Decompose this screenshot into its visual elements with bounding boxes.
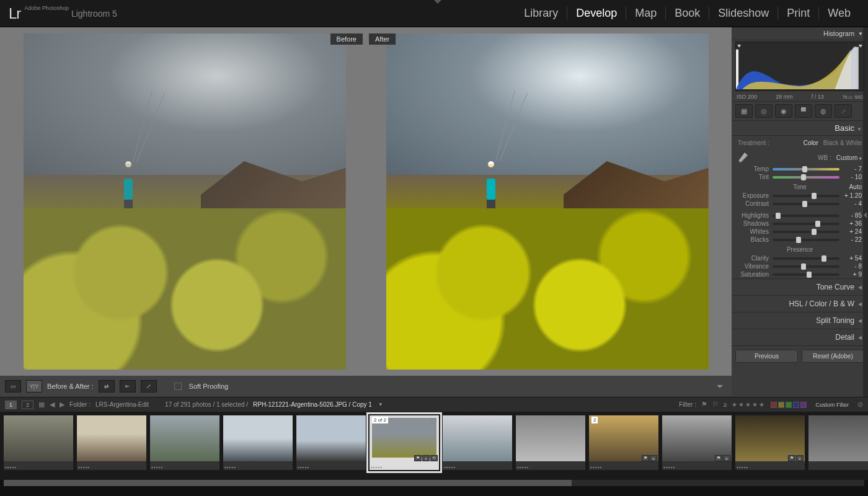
swap-before-after-button[interactable]: ⇄: [99, 380, 115, 392]
rating-filter[interactable]: ★★★★★: [732, 401, 766, 408]
tone-curve-panel-header[interactable]: Tone Curve◀: [732, 278, 868, 295]
loupe-view-button[interactable]: ▭: [5, 380, 21, 392]
split-toning-panel-header[interactable]: Split Toning◀: [732, 312, 868, 329]
thumb-flag-icon[interactable]: ⚑: [715, 455, 722, 461]
filmstrip-thumb[interactable]: •••••2⚑±: [589, 415, 658, 470]
vibrance-slider[interactable]: [773, 265, 839, 268]
module-slideshow[interactable]: Slideshow: [709, 7, 778, 20]
filmstrip-thumb[interactable]: •••••: [77, 415, 146, 470]
contrast-slider[interactable]: [773, 203, 839, 205]
filmstrip-thumb[interactable]: •••••⚑±: [735, 415, 805, 470]
basic-panel-header[interactable]: Basic▼: [732, 121, 868, 136]
second-window-button[interactable]: 2: [22, 401, 33, 409]
presence-subheader: Presence: [732, 244, 868, 254]
whites-value[interactable]: + 24: [843, 228, 862, 235]
thumb-sync-icon[interactable]: ±: [650, 455, 657, 461]
saturation-value[interactable]: + 9: [843, 271, 862, 278]
filmstrip-thumb[interactable]: •••••: [150, 415, 219, 470]
reset-button[interactable]: Reset (Adobe): [802, 350, 864, 363]
filmstrip-thumb[interactable]: •••••: [4, 415, 73, 470]
soft-proofing-checkbox[interactable]: [174, 383, 182, 390]
module-map[interactable]: Map: [626, 7, 666, 20]
treatment-color[interactable]: Color: [804, 140, 818, 146]
temp-slider[interactable]: [773, 168, 839, 170]
folder-name[interactable]: LRS-Argentina-Edit: [95, 401, 149, 408]
clarity-slider[interactable]: [773, 257, 839, 260]
thumb-flag-icon[interactable]: ⚑: [414, 455, 422, 461]
blacks-value[interactable]: - 22: [843, 236, 862, 243]
thumb-flag-icon[interactable]: ⚑: [642, 455, 649, 461]
filmstrip-thumb[interactable]: •••••2 of 2⚑±⟲: [370, 415, 439, 470]
collapse-right-icon: [864, 212, 867, 218]
contrast-value[interactable]: - 4: [843, 200, 862, 207]
shadows-value[interactable]: + 36: [843, 220, 862, 227]
module-library[interactable]: Library: [515, 7, 567, 20]
thumb-rotate-icon[interactable]: ⟲: [430, 455, 438, 461]
filmstrip-thumb[interactable]: •••••: [296, 415, 366, 470]
after-pane[interactable]: After: [369, 33, 725, 370]
auto-tone-button[interactable]: Auto: [849, 184, 862, 190]
thumb-sync-icon[interactable]: ±: [796, 455, 804, 461]
filmstrip-thumb[interactable]: •••••: [443, 415, 512, 470]
before-pane[interactable]: Before: [6, 33, 363, 370]
current-filename: RPH-121221-Argentina-5026.JPG / Copy 1: [253, 401, 372, 408]
compare-view-button[interactable]: Y|Y: [26, 380, 42, 392]
treatment-bw[interactable]: Black & White: [823, 140, 862, 146]
thumb-sync-icon[interactable]: ±: [723, 455, 730, 461]
exif-summary: ISO 20028 mmf / 13¹⁄₂₅₀ sec: [732, 92, 868, 101]
module-print[interactable]: Print: [778, 7, 819, 20]
filmstrip-thumb[interactable]: •••••: [223, 415, 293, 470]
flag-reject-icon[interactable]: ⚐: [712, 401, 719, 409]
grad-filter-icon[interactable]: ▀: [795, 104, 812, 118]
top-panel-collapse-icon[interactable]: [434, 0, 441, 4]
filmstrip-thumb[interactable]: •••••⚑±: [662, 415, 732, 470]
exposure-slider-row: Exposure+ 1.20: [732, 192, 868, 200]
grid-view-icon[interactable]: ▦: [38, 401, 45, 409]
main-window-button[interactable]: 1: [5, 401, 17, 409]
blacks-slider[interactable]: [773, 239, 839, 241]
exposure-value[interactable]: + 1.20: [843, 192, 862, 199]
custom-filter-dropdown[interactable]: Custom Filter: [812, 401, 852, 409]
exposure-slider[interactable]: [773, 195, 839, 197]
tint-slider[interactable]: [773, 176, 839, 179]
radial-filter-icon[interactable]: ◍: [815, 104, 832, 118]
histogram[interactable]: [735, 42, 864, 91]
nav-fwd-icon[interactable]: ▶: [60, 401, 64, 409]
color-label-filter[interactable]: [771, 402, 807, 408]
module-web[interactable]: Web: [819, 7, 859, 20]
brush-tool-icon[interactable]: ⟋: [835, 104, 852, 118]
copy-after-button[interactable]: ⤢: [141, 380, 157, 392]
temp-value[interactable]: - 7: [843, 166, 862, 172]
module-develop[interactable]: Develop: [567, 7, 626, 20]
highlights-value[interactable]: - 85: [843, 212, 862, 219]
whites-slider[interactable]: [773, 231, 839, 233]
histogram-header[interactable]: Histogram▼: [732, 27, 868, 40]
wb-eyedropper-icon[interactable]: [738, 153, 748, 162]
toolbar-options-icon[interactable]: [717, 385, 723, 388]
highlights-slider[interactable]: [773, 215, 839, 217]
filter-lock-icon[interactable]: ⊘: [857, 401, 863, 409]
shadows-slider[interactable]: [773, 223, 839, 225]
clarity-value[interactable]: + 54: [843, 255, 862, 262]
module-book[interactable]: Book: [666, 7, 709, 20]
saturation-slider[interactable]: [773, 273, 839, 276]
spot-tool-icon[interactable]: ◎: [755, 104, 773, 118]
nav-back-icon[interactable]: ◀: [50, 401, 55, 409]
detail-panel-header[interactable]: Detail◀: [732, 329, 868, 345]
filmstrip-thumb[interactable]: •••••: [516, 415, 585, 470]
thumb-image: [735, 415, 805, 461]
previous-button[interactable]: Previous: [735, 350, 798, 363]
hsl-color-b-w-panel-header[interactable]: HSL / Color / B & W◀: [732, 295, 868, 312]
shadows-label: Shadows: [738, 220, 769, 227]
tint-value[interactable]: - 10: [843, 174, 862, 180]
crop-tool-icon[interactable]: ▦: [735, 104, 753, 118]
wb-preset-dropdown[interactable]: Custom ▾: [836, 154, 862, 161]
thumb-sync-icon[interactable]: ±: [422, 455, 430, 461]
copy-before-button[interactable]: ⇤: [120, 380, 136, 392]
redeye-tool-icon[interactable]: ◉: [775, 104, 792, 118]
flag-pick-icon[interactable]: ⚑: [701, 401, 707, 409]
filmstrip-thumb[interactable]: [808, 415, 868, 470]
vibrance-value[interactable]: - 8: [843, 263, 862, 270]
thumb-flag-icon[interactable]: ⚑: [788, 455, 795, 461]
filmstrip-scrollbar[interactable]: [4, 480, 864, 486]
